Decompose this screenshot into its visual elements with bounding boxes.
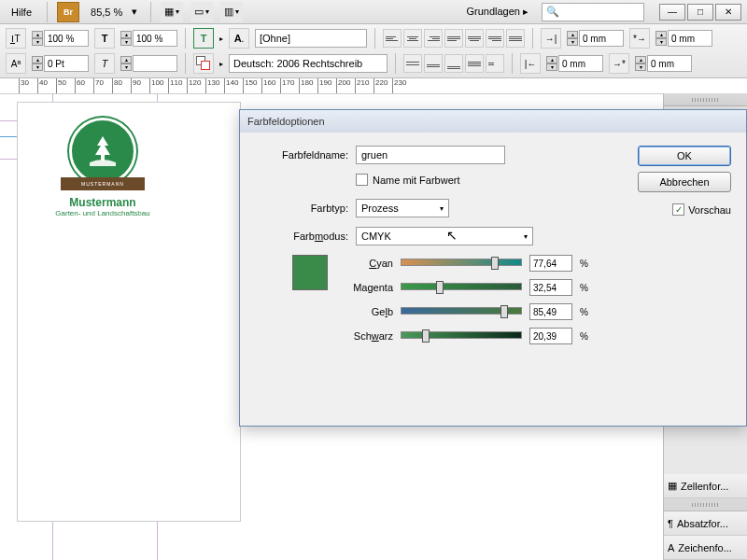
logo-banner: MUSTERMANN	[61, 177, 145, 190]
logo-badge	[69, 118, 136, 185]
para-style-select[interactable]: [Ohne]	[255, 29, 367, 48]
search-icon: 🔍	[546, 6, 559, 18]
logo-text: Mustermann Garten- und Landschaftsbau	[55, 196, 149, 217]
last-line-indent-icon[interactable]: →*	[609, 53, 629, 74]
maximize-button[interactable]: □	[687, 4, 713, 21]
align-group	[383, 29, 525, 48]
arrange-icon[interactable]: ▥	[220, 2, 243, 22]
logo-frame[interactable]: MUSTERMANN Mustermann Garten- und Landsc…	[51, 118, 154, 220]
screen-mode-icon[interactable]: ▭	[190, 2, 213, 22]
scale-v-field[interactable]: ▴▾100 %	[120, 30, 177, 47]
color-preview-swatch	[292, 255, 328, 290]
color-mode-select[interactable]: CMYK▾	[356, 227, 533, 245]
chevron-right-icon: ▸	[219, 35, 223, 43]
panel-cell-styles[interactable]: ▦Zellenfor...	[664, 474, 747, 498]
cyan-label: Cyan	[341, 258, 393, 269]
chevron-right-icon: ▸	[219, 60, 223, 68]
preview-checkbox[interactable]	[672, 203, 684, 216]
justify-left-button[interactable]	[444, 29, 463, 48]
swatch-name-input[interactable]: gruen	[356, 146, 505, 164]
fill-stroke-icon[interactable]	[193, 53, 214, 74]
indent-right-icon[interactable]: |←	[520, 53, 541, 74]
last-line-indent-field[interactable]: ▴▾0 mm	[635, 55, 692, 72]
name-with-value-checkbox[interactable]	[356, 174, 368, 186]
text-color-icon[interactable]: T	[193, 28, 214, 49]
color-mode-label: Farbmodus:	[255, 231, 348, 242]
span-columns-button[interactable]	[465, 54, 484, 73]
char-style-icon[interactable]: A.	[229, 28, 249, 49]
yellow-label: Gelb	[341, 306, 393, 317]
valign-top-button[interactable]	[403, 54, 422, 73]
justify-all-button[interactable]	[506, 29, 525, 48]
magenta-value[interactable]: 32,54	[529, 279, 572, 296]
indent-right-field[interactable]: ▴▾0 mm	[546, 55, 603, 72]
magenta-label: Magenta	[341, 282, 393, 293]
window-controls: — □ ✕	[659, 4, 741, 21]
zoom-value: 85,5 %	[87, 7, 126, 18]
dock-collapse-handle[interactable]	[664, 93, 747, 106]
magenta-slider[interactable]	[401, 283, 522, 292]
view-options-icon[interactable]: ▦	[161, 2, 183, 22]
indent-left-icon[interactable]: →|	[541, 28, 561, 49]
zoom-field[interactable]: 85,5 % ▾	[87, 6, 141, 18]
align-left-button[interactable]	[383, 29, 402, 48]
black-value[interactable]: 20,39	[529, 328, 572, 344]
search-field[interactable]: 🔍	[542, 3, 644, 21]
black-label: Schwarz	[341, 330, 393, 342]
black-slider[interactable]	[401, 331, 522, 341]
separator	[150, 2, 151, 22]
justify-center-button[interactable]	[465, 29, 484, 48]
dialog-titlebar[interactable]: Farbfeldoptionen	[240, 110, 746, 133]
minimize-button[interactable]: —	[659, 4, 685, 21]
align-center-button[interactable]	[403, 29, 422, 48]
indent-left-field[interactable]: ▴▾0 mm	[567, 30, 624, 47]
workspace-switcher[interactable]: Grundlagen ▸	[460, 4, 534, 20]
panel-character-styles[interactable]: AZeichenfo...	[664, 536, 747, 560]
dock-separator[interactable]	[664, 498, 747, 511]
swatch-name-label: Farbfeldname:	[255, 149, 348, 161]
name-with-value-label: Name mit Farbwert	[373, 175, 460, 186]
cyan-slider[interactable]	[401, 259, 522, 268]
close-button[interactable]: ✕	[715, 4, 741, 21]
chevron-down-icon: ▾	[128, 6, 141, 18]
bridge-icon[interactable]: Br	[57, 2, 79, 22]
scale-icon[interactable]: T	[94, 28, 115, 49]
language-select[interactable]: Deutsch: 2006 Rechtschreib	[229, 54, 388, 73]
swatch-options-dialog: Farbfeldoptionen Farbfeldname: gruen Nam…	[239, 109, 747, 427]
cancel-button[interactable]: Abbrechen	[638, 172, 731, 192]
chevron-down-icon: ▾	[524, 232, 528, 241]
cell-styles-icon: ▦	[668, 480, 677, 492]
menu-help[interactable]: Hilfe	[6, 5, 37, 20]
first-line-indent-icon[interactable]: *→	[629, 28, 650, 49]
scale-h-field[interactable]: ▴▾100 %	[32, 30, 89, 47]
color-type-label: Farbtyp:	[255, 203, 348, 214]
character-styles-icon: A	[668, 542, 674, 553]
paragraph-styles-icon: ¶	[668, 518, 673, 529]
cyan-value[interactable]: 77,64	[529, 255, 572, 272]
first-line-indent-field[interactable]: ▴▾0 mm	[655, 30, 712, 47]
valign-center-button[interactable]	[424, 54, 443, 73]
yellow-slider[interactable]	[401, 307, 522, 316]
yellow-value[interactable]: 85,49	[529, 303, 572, 320]
align-right-button[interactable]	[424, 29, 443, 48]
vertical-text-icon[interactable]: I̲T	[6, 28, 26, 49]
tree-icon	[84, 133, 121, 170]
panel-paragraph-styles[interactable]: ¶Absatzfor...	[664, 511, 747, 536]
skew-field[interactable]: ▴▾	[120, 55, 177, 72]
color-type-select[interactable]: Prozess▾	[356, 199, 449, 217]
baseline-shift-icon[interactable]: Aª	[6, 53, 26, 74]
split-column-button[interactable]	[486, 54, 504, 73]
valign-bottom-button[interactable]	[444, 54, 463, 73]
baseline-field[interactable]: ▴▾0 Pt	[32, 55, 89, 72]
preview-label: Vorschau	[688, 204, 731, 216]
skew-icon[interactable]: T	[94, 53, 115, 74]
ok-button[interactable]: OK	[638, 146, 731, 166]
menubar: Hilfe Br 85,5 % ▾ ▦ ▭ ▥ Grundlagen ▸ 🔍 —…	[0, 0, 747, 24]
control-bar: I̲T ▴▾100 % T ▴▾100 % T ▸ A. [Ohne] →| ▴…	[0, 24, 747, 78]
justify-right-button[interactable]	[486, 29, 504, 48]
separator	[47, 2, 48, 22]
chevron-down-icon: ▸	[523, 6, 529, 17]
chevron-down-icon: ▾	[440, 204, 444, 213]
